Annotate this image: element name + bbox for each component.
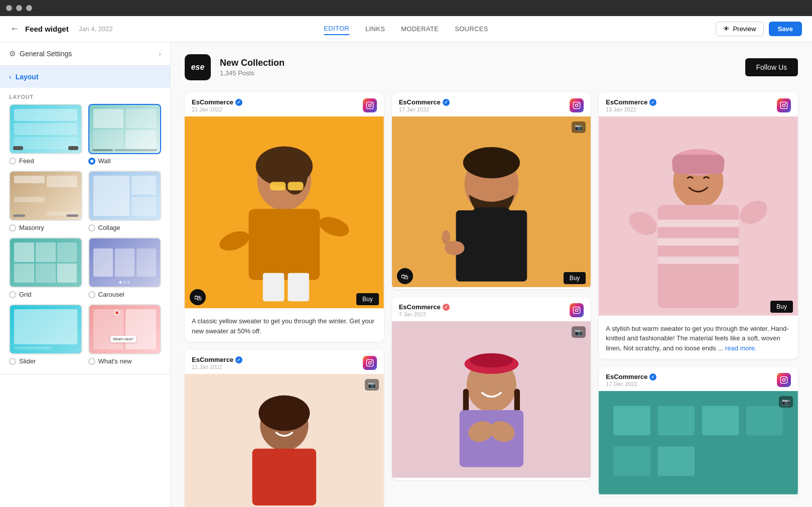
posts-col-3: EsCommerce ✓ 15 Jan 2022 bbox=[599, 92, 798, 496]
svg-point-26 bbox=[463, 147, 519, 178]
layout-name-wall: Wall bbox=[98, 157, 111, 165]
gear-icon: ⚙ bbox=[9, 49, 16, 58]
layout-radio-row-collage: Collage bbox=[88, 224, 120, 231]
post-caption-1: A classic yellow sweater to get you thro… bbox=[185, 310, 384, 342]
save-button[interactable]: Save bbox=[769, 22, 802, 36]
layout-thumb-wall[interactable] bbox=[88, 104, 162, 154]
main-layout: ⚙ General Settings › ‹ Layout LAYOUT bbox=[0, 42, 812, 507]
verified-badge-5: ✓ bbox=[443, 304, 450, 311]
layout-radio-row-slider: Slider bbox=[9, 357, 36, 365]
layout-radio-feed[interactable] bbox=[9, 158, 16, 165]
video-icon-6: 📷 bbox=[779, 396, 793, 408]
svg-point-16 bbox=[371, 361, 372, 362]
layout-radio-masonry[interactable] bbox=[9, 224, 16, 231]
layout-thumb-whatsnew[interactable]: What's New? bbox=[88, 304, 162, 354]
preview-button[interactable]: 👁 Preview bbox=[716, 22, 763, 36]
layout-thumb-masonry[interactable] bbox=[9, 171, 82, 221]
layout-label: Layout bbox=[16, 73, 39, 81]
layout-name-whatsnew: What's new bbox=[98, 357, 132, 365]
buy-button-1[interactable]: Buy bbox=[356, 293, 379, 305]
svg-rect-52 bbox=[658, 238, 739, 245]
svg-point-19 bbox=[258, 396, 310, 431]
layout-item-collage: Collage bbox=[88, 171, 162, 231]
post-image-wrap-3: Buy bbox=[599, 116, 798, 318]
layout-radio-grid[interactable] bbox=[9, 291, 16, 298]
post-user-5: EsCommerce ✓ 7 Jan 2022 bbox=[399, 303, 450, 317]
layout-name-collage: Collage bbox=[98, 224, 120, 231]
general-settings-header[interactable]: ⚙ General Settings › bbox=[0, 42, 170, 65]
general-settings-section: ⚙ General Settings › bbox=[0, 42, 170, 66]
svg-rect-0 bbox=[366, 102, 373, 108]
post-card-5: EsCommerce ✓ 7 Jan 2022 bbox=[392, 297, 591, 480]
titlebar-dot-1 bbox=[6, 5, 12, 11]
post-username-6: EsCommerce ✓ bbox=[606, 373, 656, 381]
post-user-2: EsCommerce ✓ 17 Jan 2022 bbox=[399, 98, 450, 112]
layout-item-grid: Grid bbox=[9, 237, 82, 298]
buy-button-2[interactable]: Buy bbox=[564, 272, 586, 284]
tab-editor[interactable]: EDITOR bbox=[324, 23, 349, 35]
follow-button[interactable]: Follow Us bbox=[745, 58, 798, 76]
layout-item-slider: Slider bbox=[9, 304, 82, 365]
post-image-3 bbox=[599, 116, 798, 316]
feed-posts: 1,345 Posts bbox=[220, 69, 736, 77]
svg-rect-49 bbox=[672, 155, 724, 174]
svg-point-33 bbox=[578, 308, 579, 309]
layout-radio-row-grid: Grid bbox=[9, 291, 32, 298]
tab-sources[interactable]: SOURCES bbox=[455, 23, 488, 35]
layout-item-carousel: Carousel bbox=[88, 237, 162, 298]
page-title: Feed widget bbox=[25, 25, 69, 33]
chevron-left-icon: ‹ bbox=[9, 73, 12, 81]
svg-point-37 bbox=[470, 353, 512, 367]
svg-point-1 bbox=[368, 104, 371, 106]
layout-thumb-slider[interactable] bbox=[9, 304, 82, 354]
layout-radio-wall[interactable] bbox=[88, 158, 95, 165]
svg-point-30 bbox=[442, 230, 450, 244]
layout-radio-slider[interactable] bbox=[9, 358, 16, 365]
back-button[interactable]: ← bbox=[10, 24, 19, 34]
layout-thumb-feed[interactable] bbox=[9, 104, 82, 154]
svg-point-32 bbox=[576, 309, 578, 311]
post-card-1: EsCommerce ✓ 21 Jan 2022 bbox=[185, 92, 384, 342]
post-user-1: EsCommerce ✓ 21 Jan 2022 bbox=[192, 98, 242, 112]
layout-item-whatsnew: What's New? What's new bbox=[88, 304, 162, 365]
post-image-5 bbox=[392, 321, 591, 478]
cart-icon-2: 🛍 bbox=[397, 268, 413, 284]
verified-badge-1: ✓ bbox=[235, 99, 242, 106]
post-username-5: EsCommerce ✓ bbox=[399, 303, 450, 311]
read-more-3[interactable]: read more. bbox=[725, 344, 757, 352]
layout-grid: Feed bbox=[0, 104, 170, 374]
post-image-1 bbox=[185, 116, 384, 308]
post-card-6: EsCommerce ✓ 17 Dec 2022 bbox=[599, 367, 798, 496]
post-header-2: EsCommerce ✓ 17 Jan 2022 bbox=[392, 92, 591, 116]
svg-rect-12 bbox=[263, 273, 284, 302]
topnav: ← Feed widget Jan 4, 2022 EDITOR LINKS M… bbox=[0, 16, 812, 42]
svg-rect-63 bbox=[702, 406, 739, 436]
post-username-1: EsCommerce ✓ bbox=[192, 98, 242, 106]
layout-thumb-collage[interactable] bbox=[88, 171, 162, 221]
posts-col-2: EsCommerce ✓ 17 Jan 2022 bbox=[392, 92, 591, 480]
instagram-icon-5 bbox=[570, 303, 584, 317]
layout-header[interactable]: ‹ Layout bbox=[0, 66, 170, 88]
tab-moderate[interactable]: MODERATE bbox=[401, 23, 439, 35]
post-image-wrap-1: 🛍 Buy bbox=[185, 116, 384, 310]
post-date-1: 21 Jan 2022 bbox=[192, 106, 242, 112]
tab-links[interactable]: LINKS bbox=[365, 23, 385, 35]
layout-name-slider: Slider bbox=[19, 357, 36, 365]
layout-radio-carousel[interactable] bbox=[88, 291, 95, 298]
svg-rect-28 bbox=[471, 207, 511, 223]
eye-icon: 👁 bbox=[723, 25, 730, 33]
layout-radio-whatsnew[interactable] bbox=[88, 358, 95, 365]
layout-radio-collage[interactable] bbox=[88, 224, 95, 231]
svg-rect-14 bbox=[366, 360, 373, 366]
svg-point-58 bbox=[785, 377, 786, 378]
buy-button-3[interactable]: Buy bbox=[770, 301, 793, 313]
layout-thumb-carousel[interactable] bbox=[88, 237, 162, 288]
svg-rect-56 bbox=[780, 376, 787, 383]
post-username-3: EsCommerce ✓ bbox=[606, 98, 656, 106]
post-caption-3: A stylish but warm sweater to get you th… bbox=[599, 318, 798, 359]
feed-logo: ese bbox=[185, 54, 211, 80]
layout-thumb-grid[interactable] bbox=[9, 237, 82, 288]
sidebar: ⚙ General Settings › ‹ Layout LAYOUT bbox=[0, 42, 171, 507]
topnav-right: 👁 Preview Save bbox=[716, 22, 802, 36]
post-date-2: 17 Jan 2022 bbox=[399, 106, 450, 112]
